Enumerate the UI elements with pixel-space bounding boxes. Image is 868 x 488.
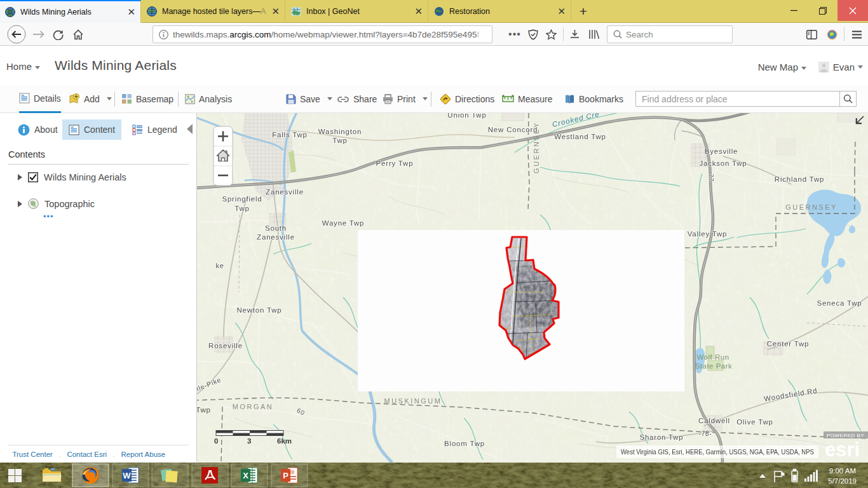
svg-text:Twp: Twp [332,137,348,144]
svg-text:-78-: -78- [699,430,712,437]
svg-text:Wolf Run: Wolf Run [696,353,729,361]
svg-text:Westland Twp: Westland Twp [554,133,606,140]
svg-text:State Park: State Park [695,362,733,370]
svg-text:X: X [243,471,248,480]
svg-text:Zanesville: Zanesville [266,188,304,196]
svg-text:Wayne Twp: Wayne Twp [322,219,365,227]
svg-text:Valley Twp: Valley Twp [688,230,728,238]
svg-text:Richland Twp: Richland Twp [775,175,824,183]
svg-text:ke: ke [215,262,224,269]
svg-text:GUERNSEY: GUERNSEY [785,203,837,211]
svg-text:Byesville: Byesville [705,147,738,155]
svg-text:Washington: Washington [318,128,362,135]
svg-text:Roseville: Roseville [208,342,243,349]
svg-text:Springfield: Springfield [222,195,262,203]
svg-text:77: 77 [708,173,715,182]
svg-text:Jackson Twp: Jackson Twp [699,159,747,167]
svg-text:Center Twp: Center Twp [767,340,810,348]
svg-text:Twp: Twp [234,205,250,212]
svg-text:Bloom Twp: Bloom Twp [444,440,485,447]
svg-text:6km: 6km [277,437,292,445]
svg-text:POWERED BY: POWERED BY [827,433,864,438]
svg-text:Twp: Twp [197,406,211,414]
svg-text:Zanesville: Zanesville [257,233,295,241]
svg-text:W: W [123,471,131,480]
svg-text:Seneca Twp: Seneca Twp [817,299,862,307]
svg-text:Perry Twp: Perry Twp [376,159,414,167]
svg-text:Sharon Twp: Sharon Twp [639,433,683,441]
svg-text:9:00 AM: 9:00 AM [829,467,856,475]
svg-text:0: 0 [214,437,218,445]
svg-text:West Virginia GIS, Esri, HERE,: West Virginia GIS, Esri, HERE, Garmin, U… [621,448,814,456]
svg-text:MORGAN: MORGAN [233,403,274,410]
svg-text:3: 3 [247,437,251,445]
svg-text:MUSKINGUM: MUSKINGUM [384,397,442,405]
svg-text:GUERNSEY: GUERNSEY [532,121,540,173]
svg-text:Caldwell: Caldwell [698,417,730,424]
svg-text:Newton Twp: Newton Twp [236,306,281,314]
svg-text:esri: esri [825,438,860,461]
svg-text:Olive Twp: Olive Twp [736,418,773,426]
svg-text:P: P [283,471,288,480]
svg-text:5/7/2019: 5/7/2019 [828,477,857,485]
svg-text:South: South [265,224,287,232]
svg-text:Union Twp: Union Twp [447,113,486,119]
svg-text:Falls Twp: Falls Twp [272,131,308,139]
svg-text:New Concord: New Concord [488,126,538,133]
